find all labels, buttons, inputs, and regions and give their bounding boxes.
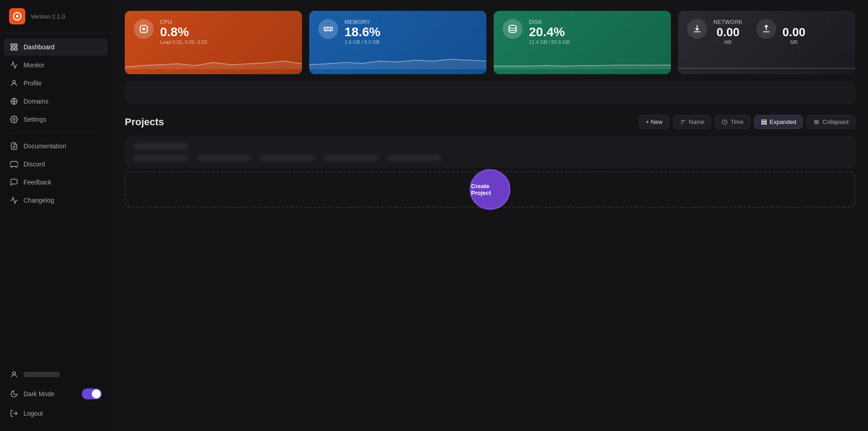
- svg-rect-3: [11, 48, 13, 50]
- memory-value: 18.6%: [344, 25, 477, 39]
- settings-icon: [10, 115, 18, 123]
- network-up-icon-wrap: [756, 19, 776, 39]
- view-expanded-button[interactable]: Expanded: [754, 115, 803, 129]
- user-profile-item[interactable]: [4, 366, 108, 383]
- sidebar-item-label: Monitor: [24, 62, 45, 69]
- sidebar-item-feedback[interactable]: Feedback: [4, 174, 108, 191]
- network-down-value: 0.00: [717, 25, 740, 39]
- sidebar-item-discord[interactable]: Discord: [4, 156, 108, 173]
- sidebar-item-label: Profile: [24, 80, 42, 87]
- feedback-icon: [10, 178, 18, 186]
- memory-chart: [309, 51, 486, 69]
- sidebar-nav: Dashboard Monitor Profile Domains: [0, 33, 112, 360]
- cpu-sub: Load 0.01, 0.06, 0.03: [160, 39, 293, 45]
- sidebar-item-documentation[interactable]: Documentation: [4, 137, 108, 155]
- sort-time-label: Time: [731, 118, 743, 125]
- expanded-icon: [761, 119, 767, 125]
- svg-rect-1: [11, 44, 13, 46]
- sidebar-item-label: Changelog: [24, 197, 54, 204]
- collapsed-icon: [813, 119, 820, 125]
- disk-icon: [508, 24, 518, 34]
- cpu-label: CPU: [160, 19, 293, 25]
- sidebar-divider: [11, 133, 101, 133]
- version-label: Version 2.1.0: [31, 13, 65, 20]
- sidebar-item-logout[interactable]: Logout: [4, 405, 108, 422]
- disk-card: Disk 20.4% 11.4 GB / 55.9 GB: [494, 11, 671, 74]
- network-up-value: 0.00: [783, 25, 806, 39]
- svg-rect-37: [761, 121, 766, 123]
- dark-mode-label: Dark Mode: [24, 390, 54, 398]
- sort-time-button[interactable]: Time: [715, 115, 750, 129]
- disk-label: Disk: [529, 19, 662, 25]
- sidebar-item-settings[interactable]: Settings: [4, 111, 108, 128]
- create-project-area[interactable]: Create Project: [125, 171, 855, 208]
- dark-mode-label-group: Dark Mode: [10, 390, 54, 398]
- memory-sub: 1.6 GB / 8.3 GB: [344, 39, 477, 45]
- collapsed-label: Collapsed: [822, 118, 849, 125]
- svg-point-29: [509, 25, 517, 28]
- cpu-icon-wrap: [134, 19, 154, 39]
- sidebar-item-label: Dashboard: [24, 43, 55, 51]
- new-project-button[interactable]: + New: [639, 115, 669, 129]
- projects-actions: + New Name Time: [639, 115, 855, 129]
- svg-rect-38: [761, 123, 766, 124]
- sort-icon: [680, 119, 686, 125]
- sort-name-button[interactable]: Name: [673, 115, 712, 129]
- network-up-unit: MB: [790, 39, 798, 45]
- dashboard-icon: [10, 43, 18, 51]
- sidebar-item-profile[interactable]: Profile: [4, 75, 108, 92]
- sidebar-item-domains[interactable]: Domains: [4, 93, 108, 110]
- sidebar-item-monitor[interactable]: Monitor: [4, 57, 108, 74]
- toggle-knob: [92, 389, 101, 398]
- disk-icon-wrap: [503, 19, 523, 39]
- sidebar-bottom: Dark Mode Logout: [0, 360, 112, 431]
- disk-value: 20.4%: [529, 25, 662, 39]
- svg-point-5: [13, 81, 15, 83]
- sidebar-item-label: Domains: [24, 98, 48, 105]
- main-content: CPU 0.8% Load 0.01, 0.06, 0.03: [112, 0, 868, 431]
- network-down-unit: MB: [724, 39, 732, 45]
- sort-name-label: Name: [689, 118, 705, 125]
- cpu-icon: [139, 24, 149, 34]
- projects-header: Projects + New Name Time: [125, 115, 855, 129]
- logout-icon: [10, 409, 18, 417]
- status-bar: [125, 81, 855, 104]
- project-row-meta: [134, 155, 846, 161]
- sidebar-item-label: Settings: [24, 116, 47, 123]
- changelog-icon: [10, 196, 18, 204]
- sidebar-item-label: Discord: [24, 161, 45, 168]
- view-collapsed-button[interactable]: Collapsed: [807, 115, 855, 129]
- cpu-chart: [125, 51, 302, 69]
- expanded-label: Expanded: [770, 118, 797, 125]
- disk-sub: 11.4 GB / 55.9 GB: [529, 39, 662, 45]
- dark-mode-toggle[interactable]: [82, 388, 102, 399]
- discord-icon: [10, 160, 18, 168]
- moon-icon: [10, 390, 18, 398]
- logout-label: Logout: [24, 410, 43, 417]
- sidebar-item-label: Documentation: [24, 142, 66, 150]
- projects-title: Projects: [125, 116, 164, 128]
- sidebar: Version 2.1.0 Dashboard Monitor Profile: [0, 0, 112, 431]
- create-project-button[interactable]: Create Project: [470, 169, 510, 210]
- project-row-title: [134, 143, 188, 150]
- cpu-card: CPU 0.8% Load 0.01, 0.06, 0.03: [125, 11, 302, 74]
- username-placeholder: [24, 372, 60, 377]
- disk-chart: [494, 51, 671, 69]
- user-icon: [10, 370, 18, 379]
- sidebar-header: Version 2.1.0: [0, 0, 112, 33]
- documentation-icon: [10, 142, 18, 150]
- memory-label: Memory: [344, 19, 477, 25]
- sidebar-item-dashboard[interactable]: Dashboard: [4, 38, 108, 56]
- time-icon: [722, 119, 728, 125]
- network-label: Network: [713, 19, 743, 25]
- sidebar-item-label: Feedback: [24, 179, 51, 186]
- dark-mode-row: Dark Mode: [4, 384, 108, 404]
- app-logo: [9, 8, 25, 24]
- project-row[interactable]: [125, 136, 855, 168]
- cpu-value: 0.8%: [160, 25, 293, 39]
- svg-rect-13: [142, 28, 145, 30]
- network-down-icon: [692, 24, 702, 34]
- profile-icon: [10, 79, 18, 87]
- stats-row: CPU 0.8% Load 0.01, 0.06, 0.03: [125, 11, 855, 74]
- sidebar-item-changelog[interactable]: Changelog: [4, 192, 108, 209]
